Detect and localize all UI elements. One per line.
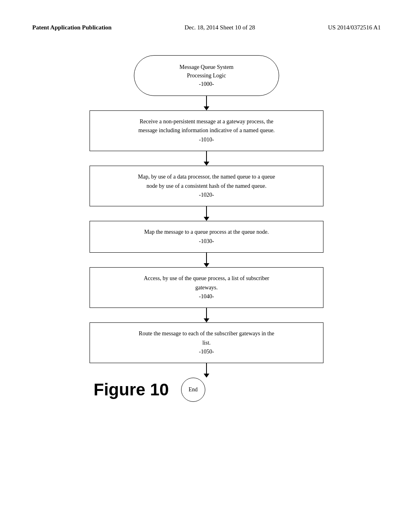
arrow-line-3 — [206, 206, 207, 217]
arrow-5 — [204, 308, 209, 322]
figure-row: Figure 10 End — [90, 378, 323, 402]
header-date-sheet: Dec. 18, 2014 Sheet 10 of 28 — [184, 24, 255, 31]
step-1010: Receive a non-persistent message at a ga… — [90, 110, 323, 151]
step-1050: Route the message to each of the subscri… — [90, 322, 323, 363]
step-1030: Map the message to a queue process at th… — [90, 221, 323, 253]
arrow-line-2 — [206, 151, 207, 162]
start-line1: Message Queue System — [179, 64, 234, 70]
arrow-line-5 — [206, 308, 207, 318]
header-publication-label: Patent Application Publication — [32, 24, 112, 31]
start-node: Message Queue System Processing Logic -1… — [134, 55, 279, 96]
start-line2: Processing Logic — [187, 73, 226, 79]
header: Patent Application Publication Dec. 18, … — [32, 24, 381, 31]
arrow-line-6 — [206, 363, 207, 374]
start-line3: -1000- — [199, 81, 214, 87]
step-1010-text: Receive a non-persistent message at a ga… — [138, 118, 275, 143]
flowchart: Message Queue System Processing Logic -1… — [32, 55, 381, 402]
step-1020: Map, by use of a data processor, the nam… — [90, 166, 323, 206]
step-1020-text: Map, by use of a data processor, the nam… — [138, 174, 275, 198]
end-label: End — [188, 387, 198, 393]
end-node: End — [181, 378, 205, 402]
step-1040: Access, by use of the queue process, a l… — [90, 267, 323, 308]
arrow-3 — [204, 206, 209, 221]
step-1040-text: Access, by use of the queue process, a l… — [144, 275, 269, 299]
arrow-1 — [204, 96, 209, 110]
arrow-2 — [204, 151, 209, 166]
header-patent-number: US 2014/0372516 A1 — [328, 24, 381, 31]
arrow-head-5 — [204, 318, 209, 322]
step-1030-text: Map the message to a queue process at th… — [144, 229, 269, 244]
figure-label: Figure 10 — [94, 380, 169, 399]
page: Patent Application Publication Dec. 18, … — [0, 0, 413, 532]
arrow-head-4 — [204, 263, 209, 267]
arrow-head-3 — [204, 217, 209, 221]
arrow-4 — [204, 253, 209, 267]
arrow-6 — [204, 363, 209, 378]
arrow-head-6 — [204, 374, 209, 378]
step-1050-text: Route the message to each of the subscri… — [139, 330, 274, 355]
arrow-line-1 — [206, 96, 207, 106]
arrow-head-2 — [204, 162, 209, 166]
arrow-line-4 — [206, 253, 207, 263]
arrow-head-1 — [204, 106, 209, 110]
